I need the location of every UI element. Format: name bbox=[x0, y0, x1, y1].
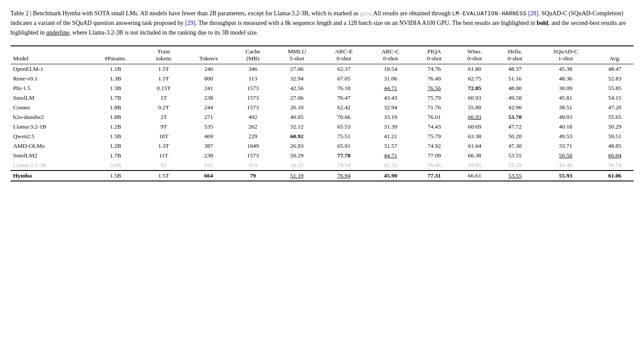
table-label: Table 2 bbox=[10, 10, 28, 17]
col-avg: Avg. bbox=[596, 46, 634, 64]
col-arcc: ARC-C0-shot bbox=[367, 46, 414, 64]
ref-28[interactable]: [28] bbox=[528, 10, 538, 17]
table-row: Phi-1.51.3B0.15T241157342.5676.1844.7176… bbox=[10, 84, 634, 93]
benchmark-table: Model #Params. Traintokens Token/s Cache… bbox=[10, 45, 634, 181]
underline-label: underline bbox=[46, 29, 69, 36]
table-row: Llama-3.2-3B3.0B9T19191856.0374.5442.327… bbox=[10, 160, 634, 171]
harness-ref: LM-EVALUATION-HARNESS bbox=[452, 11, 527, 17]
col-model: Model bbox=[10, 46, 88, 64]
ref-29[interactable]: [29] bbox=[185, 20, 195, 26]
table-row: SmolLM21.7B11T238157350.2977.7844.7177.0… bbox=[10, 151, 634, 160]
table-row: SmolLM1.7B1T238157327.0676.4743.4375.796… bbox=[10, 93, 634, 103]
table-row: AMD-OLMo1.2B1.3T387104926.9365.9131.5774… bbox=[10, 141, 634, 151]
table-row: Cosmo1.8B0.2T244157326.1062.4232.9471.76… bbox=[10, 103, 634, 112]
col-wino: Wino.0-shot bbox=[455, 46, 495, 64]
table-caption: Table 2 | Benchmark Hymba with SOTA smal… bbox=[10, 9, 630, 38]
col-mmlu: MMLU5-shot bbox=[273, 46, 320, 64]
table-row: Rene-v0.11.3B1.5T80011332.9467.0531.0676… bbox=[10, 74, 634, 84]
table-header-row: Model #Params. Traintokens Token/s Cache… bbox=[10, 46, 634, 64]
bold-label: bold bbox=[537, 20, 548, 26]
col-params: #Params. bbox=[88, 46, 143, 64]
col-squad: SQuAD-C1-shot bbox=[535, 46, 596, 64]
col-hella: Hella.0-shot bbox=[495, 46, 535, 64]
table-row: Llama-3.2-1B1.2B9T53526232.1265.5331.397… bbox=[10, 122, 634, 132]
col-train: Traintokens bbox=[143, 46, 185, 64]
col-tokens: Token/s bbox=[185, 46, 233, 64]
col-arce: ARC-E0-shot bbox=[321, 46, 367, 64]
table-row: Qwen2.51.5B18T46922960.9275.5141.2175.79… bbox=[10, 132, 634, 141]
hymba-row: Hymba1.5B1.5T6647951.1976.9445.9077.3166… bbox=[10, 171, 634, 181]
caption-text: Table 2 | Benchmark Hymba with SOTA smal… bbox=[10, 10, 626, 36]
table-row: OpenELM-11.1B1.5T24634627.0662.3719.5474… bbox=[10, 64, 634, 74]
gray-label: gray bbox=[360, 10, 370, 17]
col-piqa: PIQA0-shot bbox=[414, 46, 454, 64]
col-cache: Cache(MB) bbox=[233, 46, 273, 64]
table-row: h2o-danube21.8B2T27149240.0570.6633.1976… bbox=[10, 112, 634, 122]
